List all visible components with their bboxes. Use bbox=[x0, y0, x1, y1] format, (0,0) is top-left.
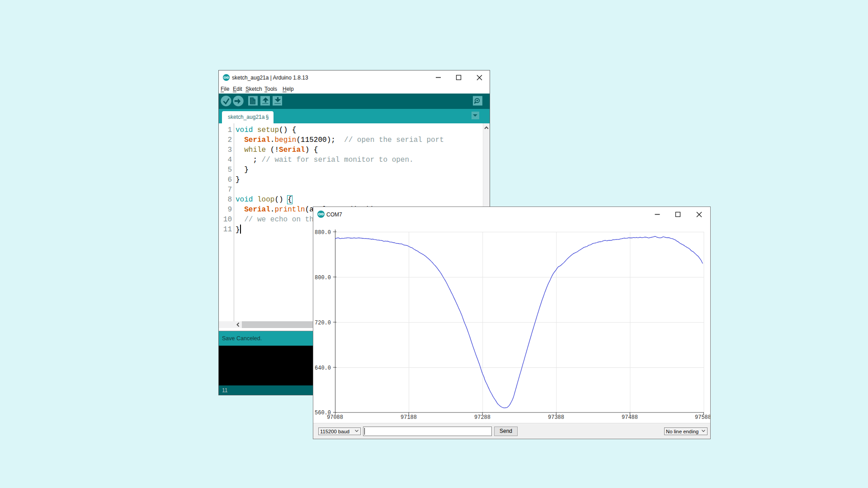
svg-text:97188: 97188 bbox=[401, 414, 417, 421]
svg-text:640.0: 640.0 bbox=[315, 365, 331, 371]
svg-text:800.0: 800.0 bbox=[315, 275, 331, 281]
svg-text:97088: 97088 bbox=[327, 414, 343, 421]
svg-text:880.0: 880.0 bbox=[315, 230, 331, 236]
svg-text:97588: 97588 bbox=[695, 414, 710, 421]
svg-text:97288: 97288 bbox=[474, 414, 491, 421]
svg-text:97388: 97388 bbox=[548, 414, 564, 421]
svg-text:97488: 97488 bbox=[622, 414, 638, 421]
svg-text:720.0: 720.0 bbox=[315, 320, 331, 326]
